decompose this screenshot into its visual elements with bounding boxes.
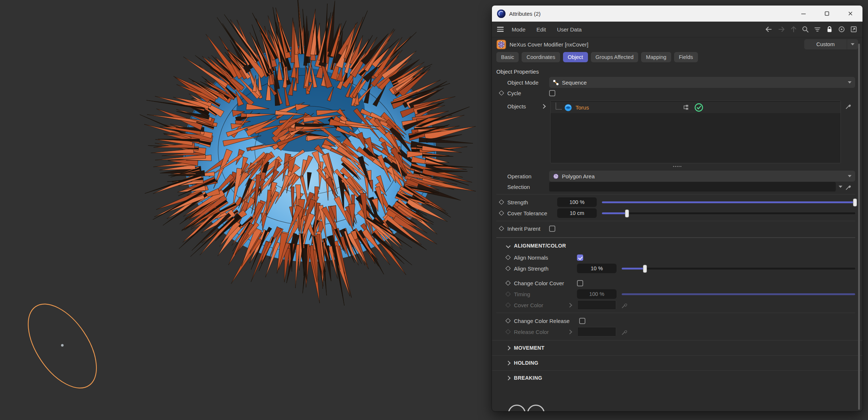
change-color-release-row: Change Color Release (492, 315, 863, 326)
selection-eyedropper-icon[interactable] (845, 183, 852, 190)
objects-list[interactable]: Torus (550, 100, 841, 163)
release-color-expander-icon (567, 330, 572, 334)
tab-mapping[interactable]: Mapping (641, 52, 671, 62)
objects-expander-icon[interactable] (541, 104, 546, 109)
tab-fields[interactable]: Fields (674, 52, 698, 62)
change-color-release-label: Change Color Release (514, 318, 579, 324)
timing-slider (622, 290, 855, 298)
cover-tolerance-value[interactable]: 10 cm (557, 208, 597, 218)
parent-up-icon[interactable] (790, 26, 797, 33)
popout-window-icon[interactable] (850, 26, 857, 33)
section-alignment-color-title: ALIGNMENT/COLOR (514, 243, 566, 249)
section-movement-title: MOVEMENT (514, 345, 544, 351)
cover-color-expander-icon (567, 303, 572, 308)
object-picker-eyedropper-icon[interactable] (845, 103, 852, 109)
change-color-release-checkbox[interactable] (579, 318, 585, 324)
history-back-icon[interactable] (765, 26, 773, 33)
cycle-row: Cycle (492, 88, 863, 98)
timing-row: Timing 100 % (492, 289, 863, 300)
align-normals-label: Align Normals (514, 254, 577, 261)
section-breaking[interactable]: BREAKING (492, 370, 863, 385)
keyframe-diamond-icon (505, 291, 511, 297)
cover-tolerance-row: Cover Tolerance 10 cm (492, 208, 863, 219)
section-holding-title: HOLDING (514, 360, 538, 366)
cover-color-eyedropper-icon (621, 302, 628, 309)
chevron-collapsed-icon (506, 361, 511, 365)
sequence-icon (553, 79, 559, 86)
keyframe-diamond-icon (505, 302, 511, 308)
search-icon[interactable] (802, 26, 809, 33)
change-color-cover-label: Change Color Cover (514, 280, 577, 286)
object-mode-label: Object Mode (507, 79, 549, 86)
selection-caret-icon[interactable] (839, 186, 842, 188)
cover-tolerance-slider[interactable] (602, 209, 855, 217)
cycle-checkbox[interactable] (549, 90, 555, 96)
history-forward-icon[interactable] (777, 26, 786, 33)
align-normals-row: Align Normals (492, 252, 863, 263)
list-resize-handle[interactable] (499, 164, 855, 168)
hierarchy-mode-icon[interactable] (683, 104, 689, 111)
keyframe-diamond-icon[interactable] (499, 211, 504, 216)
object-mode-value: Sequence (562, 79, 587, 86)
strength-value[interactable]: 100 % (557, 197, 597, 207)
menu-user-data[interactable]: User Data (557, 26, 582, 33)
keyframe-diamond-icon[interactable] (499, 200, 504, 205)
change-color-cover-row: Change Color Cover (492, 278, 863, 289)
change-color-cover-checkbox[interactable] (577, 280, 583, 286)
operation-label: Operation (507, 173, 549, 179)
menu-mode[interactable]: Mode (512, 26, 526, 33)
strength-slider[interactable] (602, 198, 855, 206)
attribute-tabs: Basic Coordinates Object Groups Affected… (492, 51, 863, 66)
chevron-collapsed-icon (506, 346, 511, 350)
strength-label: Strength (507, 199, 549, 205)
maximize-button[interactable] (824, 11, 830, 16)
panel-menu-icon[interactable] (497, 27, 504, 32)
timing-value: 100 % (577, 289, 617, 299)
tree-connector (556, 103, 562, 109)
inherit-parent-checkbox[interactable] (549, 226, 555, 232)
keyframe-diamond-icon[interactable] (499, 226, 504, 231)
keyframe-diamond-icon[interactable] (505, 280, 511, 286)
operation-dropdown[interactable]: Polygon Area (549, 171, 855, 182)
tab-groups-affected[interactable]: Groups Affected (591, 52, 639, 62)
panel-scrollbar[interactable] (858, 44, 860, 410)
object-mode-dropdown[interactable]: Sequence (549, 77, 855, 88)
menu-edit[interactable]: Edit (537, 26, 546, 33)
attributes-menubar: Mode Edit User Data (492, 22, 863, 37)
operation-row: Operation Polygon Area (492, 171, 863, 182)
lock-icon[interactable] (826, 26, 833, 33)
section-holding[interactable]: HOLDING (492, 355, 863, 370)
preset-caret[interactable] (847, 39, 858, 49)
tab-basic[interactable]: Basic (496, 52, 519, 62)
align-strength-slider[interactable] (622, 265, 855, 272)
list-item-torus[interactable]: Torus (551, 102, 841, 113)
object-name: NeXus Cover Modifier [nxCover] (510, 41, 588, 48)
polygon-area-icon (553, 173, 559, 179)
strength-row: Strength 100 % (492, 197, 863, 208)
release-color-swatch (577, 327, 616, 337)
tab-coordinates[interactable]: Coordinates (522, 52, 560, 62)
keyframe-diamond-icon[interactable] (505, 255, 511, 260)
focus-target-icon[interactable] (838, 26, 845, 33)
spline-circle[interactable] (14, 292, 110, 400)
align-normals-checkbox[interactable] (577, 254, 583, 261)
keyframe-diamond-icon[interactable] (505, 318, 511, 323)
selection-input[interactable] (549, 182, 836, 192)
object-mode-row: Object Mode Sequence (492, 77, 863, 88)
minimize-button[interactable] (801, 11, 806, 16)
section-alignment-color[interactable]: ALIGNMENT/COLOR (492, 239, 863, 252)
preset-dropdown[interactable]: Custom (804, 39, 858, 49)
spline-axis-dot (61, 344, 64, 347)
keyframe-diamond-icon[interactable] (499, 90, 504, 96)
window-titlebar[interactable]: Attributes (2) (492, 5, 863, 22)
enabled-check-icon[interactable] (694, 103, 704, 112)
tab-object[interactable]: Object (563, 52, 588, 62)
keyframe-diamond-icon[interactable] (505, 266, 511, 271)
close-button[interactable] (848, 11, 853, 16)
align-strength-value[interactable]: 10 % (577, 264, 617, 273)
torus-object-name: Torus (575, 104, 589, 111)
cover-color-swatch (577, 300, 616, 310)
operation-value: Polygon Area (562, 173, 595, 179)
filter-icon[interactable] (814, 26, 821, 33)
section-movement[interactable]: MOVEMENT (492, 340, 863, 355)
